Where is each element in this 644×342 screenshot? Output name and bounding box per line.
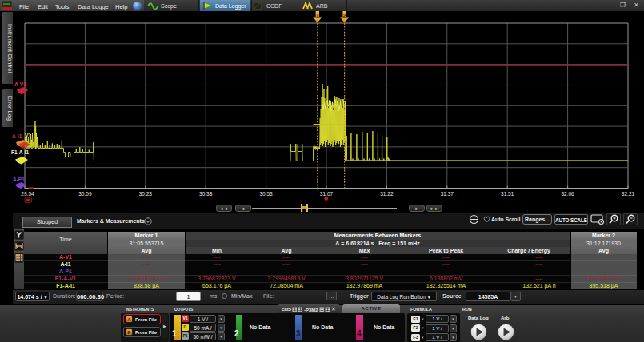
svg-text:31:22: 31:22 [380,191,394,197]
svg-text:V1: V1 [25,133,31,138]
svg-text:30:09: 30:09 [78,191,92,197]
svg-text:30:53: 30:53 [259,191,273,197]
svg-text:2: 2 [343,12,346,19]
svg-text:A-I1: A-I1 [12,133,22,139]
svg-text:31:51: 31:51 [501,191,514,197]
svg-text:32:21: 32:21 [622,191,635,197]
svg-text:30:38: 30:38 [199,191,213,197]
svg-text:F1-A-I1: F1-A-I1 [11,149,29,155]
svg-text:A-V1: A-V1 [14,82,26,87]
svg-text:A-P1: A-P1 [13,177,25,182]
svg-text:31:07: 31:07 [320,191,334,197]
svg-text:32:06: 32:06 [561,191,574,197]
svg-text:1: 1 [316,12,319,19]
svg-text:29:54: 29:54 [21,191,34,197]
svg-text:30:23: 30:23 [139,191,153,197]
svg-text:-P3M2: -P3M2 [304,307,318,312]
svg-text:31:37: 31:37 [441,191,454,197]
